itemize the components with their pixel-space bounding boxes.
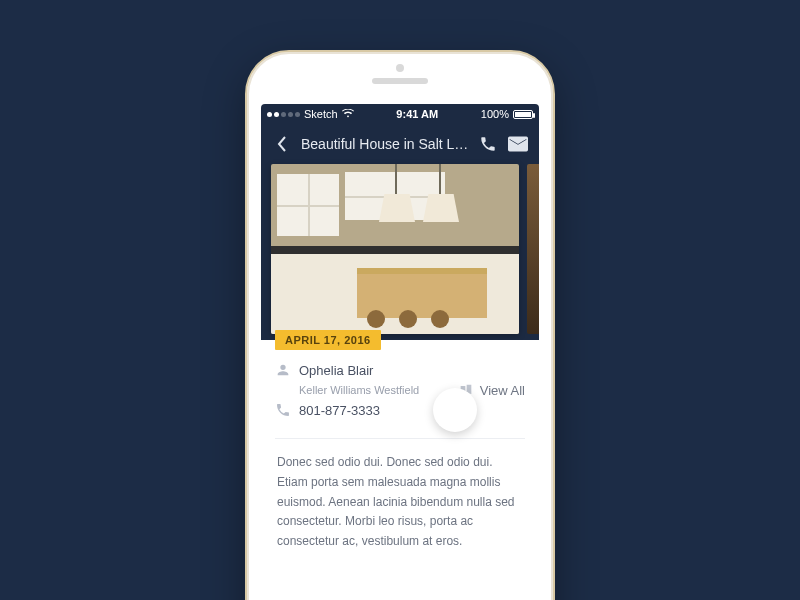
agent-block: Ophelia Blair Keller Williams Westfield … [275,362,419,418]
person-icon [275,362,291,378]
phone-icon [275,402,291,418]
screen: Sketch 9:41 AM 100% Beautiful House in S… [261,104,539,600]
listing-photo-peek[interactable] [527,164,539,334]
email-button[interactable] [507,133,529,155]
navbar: Beautiful House in Salt Lake C… [261,124,539,164]
page-title: Beautiful House in Salt Lake C… [301,136,469,152]
call-button[interactable] [477,133,499,155]
agent-name: Ophelia Blair [299,363,373,378]
signal-dots-icon [267,112,300,117]
battery-icon [513,110,533,119]
photo-carousel[interactable] [261,164,539,340]
floating-action-button[interactable] [433,388,477,432]
listing-description: Donec sed odio dui. Donec sed odio dui. … [261,449,539,556]
date-badge: APRIL 17, 2016 [275,330,381,350]
listing-photo[interactable] [271,164,519,334]
divider [275,438,525,439]
phone-frame: Sketch 9:41 AM 100% Beautiful House in S… [245,50,555,600]
status-bar: Sketch 9:41 AM 100% [261,104,539,124]
wifi-icon [342,108,354,120]
view-all-label: View All [480,383,525,398]
agent-phone[interactable]: 801-877-3333 [299,403,380,418]
listing-card: APRIL 17, 2016 Ophelia Blair Keller Will… [261,340,539,600]
status-time: 9:41 AM [396,108,438,120]
carrier-label: Sketch [304,108,338,120]
agent-brokerage: Keller Williams Westfield [299,384,419,396]
battery-percent: 100% [481,108,509,120]
back-button[interactable] [271,133,293,155]
